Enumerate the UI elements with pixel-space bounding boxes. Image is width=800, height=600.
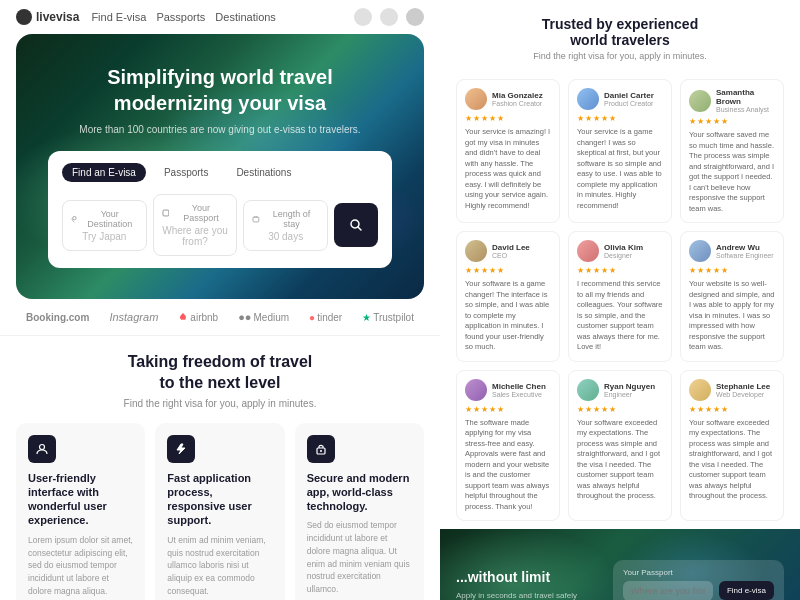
search-button[interactable] xyxy=(334,203,378,247)
review-6-role: Sales Executive xyxy=(492,391,546,398)
review-5-text: Your website is so well-designed and sim… xyxy=(689,279,775,353)
cta-passport-input[interactable] xyxy=(623,581,713,601)
tab-destinations[interactable]: Destinations xyxy=(226,163,301,182)
avatar[interactable] xyxy=(406,8,424,26)
destination-value: Try Japan xyxy=(71,231,138,242)
review-6-header: Michelle Chen Sales Executive xyxy=(465,379,551,401)
nav-destinations[interactable]: Destinations xyxy=(215,11,276,23)
feature-card-2: Secure and modern app, world-class techn… xyxy=(295,423,424,600)
review-3-header: David Lee CEO xyxy=(465,240,551,262)
review-6-avatar xyxy=(465,379,487,401)
review-4-role: Designer xyxy=(604,252,643,259)
partner-tinder: ● tinder xyxy=(309,312,342,323)
review-7-role: Engineer xyxy=(604,391,655,398)
cta-search-row: Find e-visa xyxy=(623,581,774,601)
review-7-stars: ★★★★★ xyxy=(577,405,663,414)
svg-rect-2 xyxy=(253,217,259,222)
review-0-role: Fashion Creator xyxy=(492,100,543,107)
feature-card-1: Fast application process, responsive use… xyxy=(155,423,284,600)
review-card-1: Daniel Carter Product Creator ★★★★★ Your… xyxy=(568,79,672,223)
review-card-2: Samantha Brown Business Analyst ★★★★★ Yo… xyxy=(680,79,784,223)
cta-subtitle: Apply in seconds and travel safely xyxy=(456,591,613,600)
partner-trustpilot: ★ Trustpilot xyxy=(362,312,414,323)
review-0-header: Mia Gonzalez Fashion Creator xyxy=(465,88,551,110)
length-value: 30 days xyxy=(252,231,319,242)
logo-icon xyxy=(16,9,32,25)
feature-icon-fast xyxy=(167,435,195,463)
review-card-4: Olivia Kim Designer ★★★★★ I recommend th… xyxy=(568,231,672,362)
partner-medium: ●● Medium xyxy=(238,311,289,323)
svg-point-6 xyxy=(320,450,322,452)
notification-icon[interactable] xyxy=(354,8,372,26)
review-7-name: Ryan Nguyen xyxy=(604,382,655,391)
feature-card-0-title: User-friendly interface with wonderful u… xyxy=(28,471,133,528)
navbar: livevisa Find E-visa Passports Destinati… xyxy=(0,0,440,34)
review-5-header: Andrew Wu Software Engineer xyxy=(689,240,775,262)
cta-title: ...without limit xyxy=(456,568,613,586)
feature-card-0: User-friendly interface with wonderful u… xyxy=(16,423,145,600)
length-field: Length of stay 30 days xyxy=(243,200,328,251)
review-8-text: Your software exceeded my expectations. … xyxy=(689,418,775,502)
review-8-avatar xyxy=(689,379,711,401)
nav-find-evisa[interactable]: Find E-visa xyxy=(91,11,146,23)
review-card-3: David Lee CEO ★★★★★ Your software is a g… xyxy=(456,231,560,362)
svg-point-0 xyxy=(73,216,76,219)
nav-passports[interactable]: Passports xyxy=(156,11,205,23)
review-2-name: Samantha Brown xyxy=(716,88,775,106)
review-6-stars: ★★★★★ xyxy=(465,405,551,414)
review-1-avatar xyxy=(577,88,599,110)
review-8-name: Stephanie Lee xyxy=(716,382,770,391)
review-1-name: Daniel Carter xyxy=(604,91,654,100)
review-7-avatar xyxy=(577,379,599,401)
nav-logo[interactable]: livevisa xyxy=(16,9,79,25)
search-box: Find an E-visa Passports Destinations Yo… xyxy=(48,151,392,268)
hero-content: Simplifying world travel modernizing you… xyxy=(16,34,424,283)
review-1-header: Daniel Carter Product Creator xyxy=(577,88,663,110)
review-2-role: Business Analyst xyxy=(716,106,775,113)
search-fields: Your Destination Try Japan Your Passport… xyxy=(62,194,378,256)
cta-find-evisa-button[interactable]: Find e-visa xyxy=(719,581,774,600)
svg-point-4 xyxy=(40,444,45,449)
review-card-5: Andrew Wu Software Engineer ★★★★★ Your w… xyxy=(680,231,784,362)
review-7-header: Ryan Nguyen Engineer xyxy=(577,379,663,401)
review-8-role: Web Developer xyxy=(716,391,770,398)
destination-field: Your Destination Try Japan xyxy=(62,200,147,251)
feature-icon-secure xyxy=(307,435,335,463)
features-title: Taking freedom of travel to the next lev… xyxy=(16,352,424,394)
hero-section: Simplifying world travel modernizing you… xyxy=(16,34,424,299)
review-0-avatar xyxy=(465,88,487,110)
feature-card-2-text: Sed do eiusmod tempor incididunt ut labo… xyxy=(307,519,412,596)
tab-find-evisa[interactable]: Find an E-visa xyxy=(62,163,146,182)
review-8-stars: ★★★★★ xyxy=(689,405,775,414)
review-0-name: Mia Gonzalez xyxy=(492,91,543,100)
feature-cards: User-friendly interface with wonderful u… xyxy=(16,423,424,600)
partners-section: Booking.com Instagram airbnb ●● Medium ●… xyxy=(0,299,440,336)
review-3-text: Your software is a game changer! The int… xyxy=(465,279,551,353)
reviews-subtitle: Find the right visa for you, apply in mi… xyxy=(456,51,784,61)
left-panel: livevisa Find E-visa Passports Destinati… xyxy=(0,0,440,600)
cta-content: ...without limit Apply in seconds and tr… xyxy=(456,568,613,599)
review-card-8: Stephanie Lee Web Developer ★★★★★ Your s… xyxy=(680,370,784,522)
review-5-stars: ★★★★★ xyxy=(689,266,775,275)
review-card-7: Ryan Nguyen Engineer ★★★★★ Your software… xyxy=(568,370,672,522)
review-5-avatar xyxy=(689,240,711,262)
reviews-grid: Mia Gonzalez Fashion Creator ★★★★★ Your … xyxy=(440,79,800,529)
review-6-name: Michelle Chen xyxy=(492,382,546,391)
features-section: Taking freedom of travel to the next lev… xyxy=(0,336,440,600)
partner-booking: Booking.com xyxy=(26,312,89,323)
nav-links: Find E-visa Passports Destinations xyxy=(91,11,276,23)
reviews-header: Trusted by experienced world travelers F… xyxy=(440,0,800,79)
feature-card-1-text: Ut enim ad minim veniam, quis nostrud ex… xyxy=(167,534,272,598)
svg-rect-1 xyxy=(163,210,169,216)
review-2-stars: ★★★★★ xyxy=(689,117,775,126)
brand-name: livevisa xyxy=(36,10,79,24)
reviews-title: Trusted by experienced world travelers xyxy=(456,16,784,48)
tab-passports[interactable]: Passports xyxy=(154,163,218,182)
review-4-text: I recommend this service to all my frien… xyxy=(577,279,663,353)
review-3-stars: ★★★★★ xyxy=(465,266,551,275)
hero-subtitle: More than 100 countries are now giving o… xyxy=(36,124,404,135)
passport-label: Your Passport xyxy=(162,203,229,223)
user-icon[interactable] xyxy=(380,8,398,26)
review-0-text: Your service is amazing! I got my visa i… xyxy=(465,127,551,211)
review-5-name: Andrew Wu xyxy=(716,243,774,252)
